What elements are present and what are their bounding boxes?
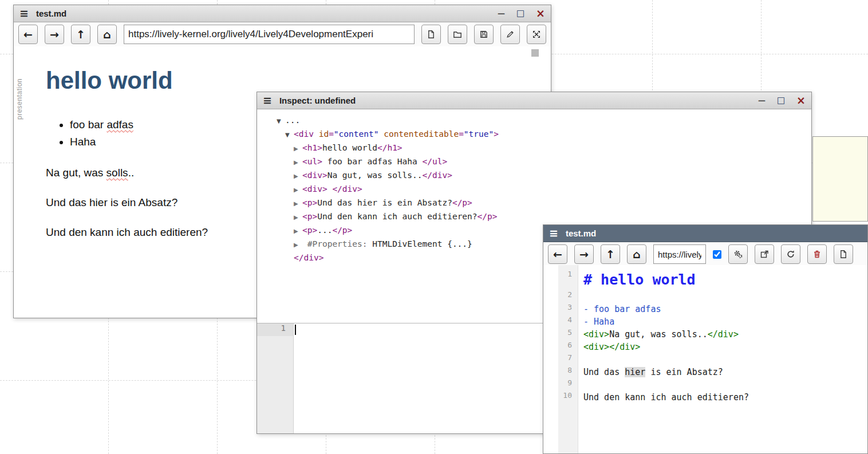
code-token: foo bar adfas Haha [322, 157, 423, 166]
editor-line: 7 [543, 353, 867, 366]
forward-button[interactable]: → [574, 244, 594, 264]
expand-arrow-icon[interactable]: ▶ [294, 211, 302, 224]
code-token: contenteditable [384, 129, 459, 139]
partial-window[interactable] [812, 136, 868, 222]
code-line[interactable] [578, 378, 583, 391]
code-token: ... [285, 116, 300, 125]
window-menu-icon[interactable]: ≡ [549, 228, 558, 239]
window-menu-icon[interactable]: ≡ [263, 95, 272, 106]
dom-tree-node[interactable]: ▶<p>Und das hier is ein Absatz?</p> [277, 196, 811, 210]
maximize-icon[interactable]: □ [516, 9, 524, 18]
expand-button[interactable] [527, 25, 546, 44]
code-token: <p> [302, 212, 317, 221]
code-line[interactable] [578, 353, 583, 366]
expand-arrow-icon[interactable]: ▶ [294, 225, 302, 238]
dom-tree-node[interactable]: ▶<div> </div> [277, 183, 811, 196]
window-menu-icon[interactable]: ≡ [19, 8, 29, 19]
code-line[interactable]: # hello world [578, 270, 696, 290]
collapse-arrow-icon[interactable]: ▼ [285, 129, 294, 141]
code-token: is ein Absatz? [645, 367, 723, 377]
line-number: 5 [543, 328, 578, 337]
code-token: <ul> [302, 157, 322, 166]
back-button[interactable]: ← [548, 244, 567, 264]
text: Und das hier is ein Absatz? [46, 196, 177, 208]
window-title: test.md [36, 9, 66, 18]
code-token: #Properties: [302, 239, 372, 248]
pencil-icon [506, 30, 515, 39]
expand-arrow-icon[interactable]: ▶ [294, 143, 302, 155]
dom-tree-node[interactable]: ▶<ul> foo bar adfas Haha </ul> [277, 155, 811, 169]
new-file-button[interactable] [834, 244, 853, 264]
up-button[interactable]: ↑ [601, 244, 620, 264]
code-token: Und den kann ich auch editieren? [317, 212, 477, 221]
code-token: = [459, 129, 464, 139]
code-token: </ul> [423, 157, 448, 166]
dom-tree-node[interactable]: ▼... [277, 114, 811, 128]
editor-line: 2 [543, 290, 867, 303]
code-token: </div> [609, 342, 640, 352]
dom-tree-node[interactable]: ▼<div id="content" contenteditable="true… [277, 128, 811, 141]
home-button[interactable]: ⌂ [97, 25, 117, 44]
forward-button[interactable]: → [45, 25, 64, 44]
titlebar[interactable]: ≡ Inspect: undefined — □ × [257, 92, 811, 109]
collapse-arrow-icon[interactable]: ▼ [277, 115, 285, 128]
titlebar[interactable]: ≡ test.md [543, 225, 867, 242]
home-button[interactable]: ⌂ [627, 244, 646, 264]
folder-icon [453, 30, 462, 39]
code-token: </div> [294, 253, 323, 262]
minimize-icon[interactable]: — [498, 10, 505, 17]
trash-icon [812, 250, 822, 259]
editor-toolbar: ← → ↑ ⌂ [543, 242, 867, 266]
auto-checkbox[interactable] [713, 250, 721, 259]
maximize-icon[interactable]: □ [777, 96, 785, 105]
editor-line: 8Und das hier is ein Absatz? [543, 366, 867, 378]
edit-button[interactable] [500, 25, 520, 44]
titlebar[interactable]: ≡ test.md — □ × [14, 5, 551, 22]
expand-arrow-icon[interactable]: ▶ [294, 198, 302, 210]
resize-handle[interactable] [531, 49, 539, 57]
expand-arrow-icon[interactable]: ▶ [294, 184, 302, 196]
floppy-icon [479, 30, 488, 39]
close-icon[interactable]: × [796, 95, 806, 106]
new-file-button[interactable] [421, 25, 441, 44]
code-line[interactable]: Und das hier is ein Absatz? [578, 366, 723, 378]
code-token: Und den kann ich auch editieren? [583, 392, 749, 402]
code-token: Na gut, was solls.. [328, 171, 423, 180]
url-input[interactable] [653, 244, 706, 264]
code-token: </h1> [377, 143, 403, 152]
code-line[interactable]: <div>Na gut, was solls..</div> [578, 328, 739, 341]
page-heading: hello world [46, 67, 528, 94]
dom-tree-node[interactable]: ▶<h1>hello world</h1> [277, 141, 811, 155]
save-button[interactable] [474, 25, 494, 44]
line-number: 7 [543, 353, 578, 362]
line-number: 2 [543, 290, 578, 299]
back-button[interactable]: ← [18, 25, 38, 44]
open-external-button[interactable] [755, 244, 774, 264]
minimize-icon[interactable]: — [758, 97, 766, 104]
code-line[interactable]: <div></div> [578, 341, 640, 353]
markdown-source-editor[interactable]: 1# hello world23- foo bar adfas4- Haha5<… [543, 265, 867, 453]
expand-arrow-icon[interactable]: ▶ [294, 156, 302, 169]
code-line[interactable]: Und den kann ich auch editieren? [578, 391, 749, 404]
code-token: HTMLDivElement {...} [372, 239, 472, 248]
dom-tree-node[interactable]: ▶<p>Und den kann ich auch editieren?</p> [277, 210, 811, 224]
refresh-button[interactable] [781, 244, 800, 264]
code-token: </p> [478, 212, 498, 221]
up-button[interactable]: ↑ [71, 25, 90, 44]
code-line[interactable]: - Haha [578, 315, 614, 328]
dom-tree-node[interactable]: ▶<div>Na gut, was solls..</div> [277, 169, 811, 183]
expand-arrow-icon[interactable]: ▶ [294, 170, 302, 183]
expand-arrow-icon[interactable]: ▶ [294, 239, 302, 251]
close-icon[interactable]: × [536, 8, 545, 19]
settings-button[interactable] [728, 244, 748, 264]
code-line[interactable]: - foo bar adfas [578, 303, 661, 315]
navigation-toolbar: ← → ↑ ⌂ [14, 22, 551, 46]
code-token: > [494, 129, 499, 139]
browse-folder-button[interactable] [448, 25, 467, 44]
delete-button[interactable] [807, 244, 827, 264]
code-token: <div> [302, 184, 328, 194]
code-line[interactable] [578, 290, 583, 303]
url-input[interactable] [124, 25, 415, 44]
code-token: <div> [583, 329, 609, 339]
code-token: hello world [322, 143, 377, 152]
